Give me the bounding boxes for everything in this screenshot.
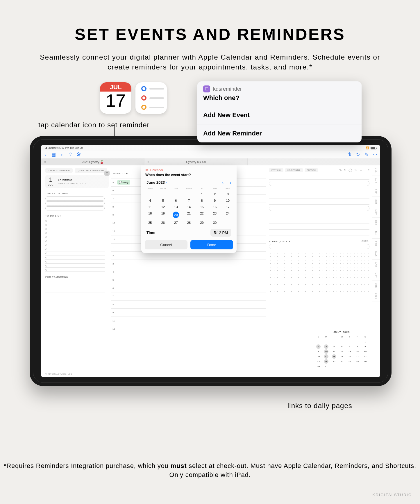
mini-cal-day[interactable]: 19 — [338, 354, 346, 359]
tomorrow-line[interactable] — [45, 280, 105, 284]
picker-day[interactable]: 27 — [169, 219, 183, 226]
side-tab-may[interactable]: MAY — [372, 270, 380, 280]
side-tab-sep[interactable]: SEP — [372, 186, 380, 197]
side-tab-apr[interactable]: APR — [372, 260, 380, 270]
picker-day[interactable]: 29 — [195, 219, 208, 226]
side-tab-jul[interactable]: JUL — [372, 165, 380, 176]
schedule-row[interactable]: 11 — [111, 325, 266, 333]
mini-cal-day[interactable]: 20 — [346, 354, 353, 359]
priority-line[interactable] — [45, 196, 105, 201]
mini-cal-day[interactable]: 26 — [338, 359, 346, 364]
todo-line[interactable] — [45, 268, 105, 272]
todo-line[interactable] — [45, 239, 105, 243]
doc-tab-2[interactable]: × Cyberry MY S9 — [144, 158, 248, 165]
side-tab-dec[interactable]: DEC — [372, 218, 380, 228]
mini-cal-day[interactable]: 24 — [324, 359, 328, 364]
picker-day[interactable]: 22 — [195, 210, 208, 219]
close-icon[interactable]: × — [147, 160, 149, 164]
mini-cal-day[interactable]: 6 — [346, 344, 353, 349]
redo-icon[interactable]: ↻ — [356, 152, 360, 157]
picker-day[interactable]: 13 — [169, 204, 183, 210]
event-chip[interactable]: 💬 Mortg — [117, 180, 130, 185]
picker-day[interactable]: 10 — [221, 197, 234, 204]
next-month-icon[interactable]: › — [230, 180, 231, 185]
mini-cal-day[interactable]: 28 — [354, 359, 361, 364]
schedule-row[interactable]: 9 — [111, 308, 266, 317]
tab-custom[interactable]: CUSTOM — [305, 168, 318, 172]
todo-line[interactable] — [45, 243, 105, 247]
cancel-button[interactable]: Cancel — [145, 240, 187, 249]
schedule-row[interactable]: 10 — [111, 317, 266, 325]
schedule-row[interactable]: 6 — [111, 284, 266, 292]
schedule-row[interactable]: 4 — [111, 268, 266, 276]
todo-line[interactable] — [45, 227, 105, 231]
search-icon[interactable]: ⌕ — [60, 152, 64, 157]
mini-cal-day[interactable]: 25 — [330, 359, 338, 364]
picker-day[interactable]: 9 — [208, 197, 221, 204]
pencil-icon[interactable]: ✎ — [339, 168, 342, 172]
mini-cal-day[interactable]: 14 — [354, 349, 361, 354]
picker-day[interactable]: 20 — [169, 210, 183, 219]
picker-day[interactable]: 8 — [195, 197, 208, 204]
picker-day[interactable]: 26 — [157, 219, 170, 226]
mini-cal-day[interactable]: 31 — [323, 364, 330, 369]
picker-day[interactable]: 19 — [157, 210, 170, 219]
star-icon[interactable]: ☆ — [360, 168, 362, 172]
priority-line[interactable] — [45, 206, 105, 210]
tomorrow-line[interactable] — [45, 284, 105, 288]
done-button[interactable]: Done — [190, 240, 233, 249]
todo-line[interactable] — [45, 219, 105, 223]
picker-day[interactable]: 14 — [183, 204, 196, 210]
picker-day[interactable]: 16 — [208, 204, 221, 210]
side-tab-aug[interactable]: AUG — [372, 176, 380, 186]
dot-grid-area[interactable] — [269, 251, 369, 295]
mini-cal-day[interactable]: 11 — [330, 349, 338, 354]
menu-item-add-reminder[interactable]: Add New Reminder — [197, 124, 362, 142]
mini-cal-day[interactable]: 1 — [362, 339, 369, 344]
menu-item-add-event[interactable]: Add New Event — [197, 106, 362, 124]
picker-day[interactable]: 28 — [183, 219, 196, 226]
mini-cal-day[interactable]: 8 — [362, 344, 369, 349]
more-icon[interactable]: ⋯ — [373, 152, 377, 157]
todo-line[interactable] — [45, 247, 105, 251]
picker-day[interactable]: 4 — [144, 197, 157, 204]
picker-day[interactable]: 30 — [208, 219, 221, 226]
notes-box[interactable] — [269, 181, 369, 186]
todo-line[interactable] — [45, 235, 105, 239]
schedule-row[interactable]: 8 — [111, 300, 266, 308]
mini-cal-day[interactable]: 10 — [324, 349, 328, 354]
mini-cal-day[interactable]: 9 — [315, 349, 322, 354]
side-tab-nov[interactable]: NOV — [372, 207, 380, 218]
mini-cal-day[interactable]: 29 — [362, 359, 369, 364]
circle-icon[interactable]: ◯ — [348, 168, 352, 172]
mini-cal-day[interactable]: 27 — [346, 359, 353, 364]
todo-line[interactable] — [45, 231, 105, 235]
side-tab-mar[interactable]: MAR — [372, 249, 380, 260]
picker-day[interactable]: 2 — [208, 191, 221, 197]
tomorrow-line[interactable] — [45, 288, 105, 292]
picker-day[interactable]: 11 — [144, 204, 157, 210]
mini-cal-day[interactable]: 30 — [315, 364, 322, 369]
todo-line[interactable] — [45, 251, 105, 255]
sleep-box[interactable] — [269, 244, 369, 249]
picker-day[interactable]: 17 — [221, 204, 234, 210]
side-tab-feb[interactable]: FEB — [372, 239, 380, 249]
side-tab-jan[interactable]: JAN — [372, 228, 380, 239]
picker-day[interactable]: 1 — [195, 191, 208, 197]
mini-cal-day[interactable]: 5 — [338, 344, 346, 349]
todo-line[interactable] — [45, 223, 105, 227]
dollar-icon[interactable]: $ — [344, 168, 346, 172]
mic-icon[interactable]: 🎤︎ — [77, 152, 81, 157]
menu-icon[interactable]: ≡ — [368, 168, 369, 172]
todo-line[interactable] — [45, 260, 105, 264]
edit-icon[interactable]: ✎ — [364, 152, 369, 157]
mini-cal-day[interactable]: 22 — [362, 354, 369, 359]
heart-icon[interactable]: ♡ — [354, 168, 357, 172]
picker-day[interactable]: 18 — [144, 210, 157, 219]
close-icon[interactable]: × — [44, 160, 46, 164]
bookmark-icon[interactable]: 🔖︎ — [347, 152, 352, 157]
schedule-row[interactable]: 3 — [111, 260, 266, 268]
mini-cal-day[interactable]: 17 — [324, 354, 328, 359]
picker-day[interactable]: 21 — [183, 210, 196, 219]
mini-cal-day[interactable]: 13 — [346, 349, 353, 354]
